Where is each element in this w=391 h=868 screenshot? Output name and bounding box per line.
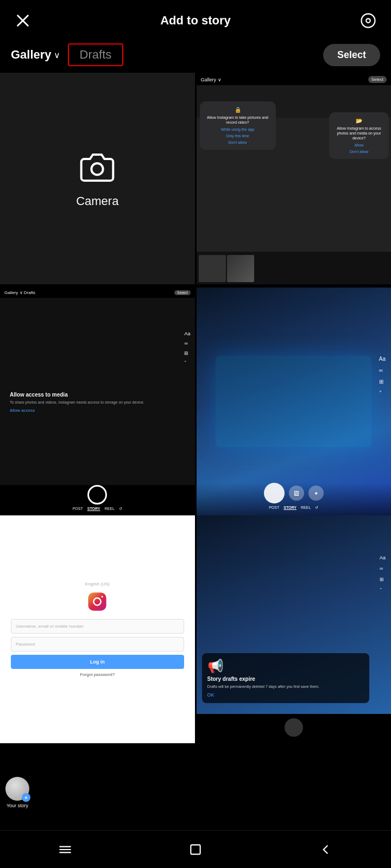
- camera-cell[interactable]: Camera: [0, 73, 195, 284]
- camera-icon: [78, 149, 116, 187]
- third-row: English (US): [0, 515, 391, 743]
- main-grid: Camera Gallery ∨ Select 🔒: [0, 73, 391, 288]
- hamburger-icon[interactable]: [56, 841, 74, 858]
- aas-bottom-controls: POST STORY REEL ↺: [0, 485, 195, 515]
- dialog-dont-allow-2[interactable]: Don't allow: [336, 150, 382, 154]
- svg-point-8: [102, 596, 103, 597]
- des-tool-chev: ˅: [380, 588, 386, 593]
- des-record-btn[interactable]: [285, 718, 303, 737]
- allow-access-desc: To share photos and videos, Instagram ne…: [10, 400, 144, 405]
- svg-rect-12: [191, 845, 200, 854]
- kv-mode-story: STORY: [283, 506, 297, 510]
- ds1-bottom: [197, 252, 392, 284]
- ds1-content: 🔒 Allow Instagram to take pictures and r…: [197, 85, 392, 252]
- gallery-label: Gallery: [11, 48, 52, 62]
- aas-select-btn[interactable]: Select: [174, 290, 190, 295]
- kv-tool-aa: Aa: [379, 356, 386, 362]
- des-right-tools: Aa ∞ ⊞ ˅: [380, 555, 386, 593]
- ds1-select-btn[interactable]: Select: [368, 76, 387, 83]
- drafts-expire-dialog: 📢 Story drafts expire Drafts will be per…: [202, 653, 370, 703]
- folder-icon: 📂: [336, 118, 382, 124]
- toolbar-row: Gallery ∨ Drafts Select: [0, 39, 391, 73]
- header: Add to story: [0, 0, 391, 39]
- kv-effects-btn[interactable]: ✦: [308, 486, 324, 501]
- kv-record-btn[interactable]: [264, 483, 285, 503]
- draft-cell-1[interactable]: Gallery ∨ Select 🔒 Allow Instagram to ta…: [197, 73, 392, 284]
- keyboard-glow: [216, 356, 371, 447]
- chevron-down-icon: ∨: [54, 50, 60, 60]
- megaphone-icon: 📢: [207, 659, 364, 674]
- svg-rect-6: [89, 592, 106, 610]
- back-icon[interactable]: [317, 841, 335, 858]
- close-button[interactable]: [13, 11, 33, 30]
- keyboard-visual: Aa ∞ ⊞ ˅ 🖼 ✦ POST STORY REEL ↺: [197, 288, 392, 515]
- kv-mode-refresh: ↺: [315, 506, 318, 510]
- type-tool-chevron: ˅: [184, 360, 190, 366]
- mode-refresh-icon: ↺: [119, 507, 122, 511]
- keyboard-story-cell[interactable]: Aa ∞ ⊞ ˅ 🖼 ✦ POST STORY REEL ↺: [197, 288, 392, 515]
- aas-content: Aa ∞ ⊞ ˅ Allow access to media To share …: [0, 298, 195, 485]
- dialog-only-once[interactable]: Only this time: [206, 134, 269, 138]
- second-row: Gallery ∨ Drafts Select Aa ∞ ⊞ ˅ Allow a…: [0, 288, 391, 515]
- draft-screen-1: Gallery ∨ Select 🔒 Allow Instagram to ta…: [197, 73, 392, 284]
- gallery-dropdown[interactable]: Gallery ∨: [11, 48, 60, 62]
- drafts-box[interactable]: Drafts: [68, 43, 124, 66]
- permission-dialog-media: 📂 Allow Instagram to access photos and m…: [329, 112, 389, 159]
- select-button[interactable]: Select: [323, 44, 380, 66]
- drafts-expire-cell[interactable]: Aa ∞ ⊞ ˅ 📢 Story drafts expire Drafts wi…: [197, 515, 392, 743]
- allow-access-cell[interactable]: Gallery ∨ Drafts Select Aa ∞ ⊞ ˅ Allow a…: [0, 288, 195, 515]
- dialog-dont-allow-1[interactable]: Don't allow: [206, 141, 269, 144]
- kv-tool-chev: ˅: [379, 390, 386, 396]
- drafts-expire-ok[interactable]: OK: [207, 692, 364, 698]
- svg-point-4: [92, 163, 103, 175]
- allow-access-link[interactable]: Allow access: [10, 408, 144, 413]
- aas-gallery-text: Gallery ∨ Drafts: [4, 290, 35, 295]
- kv-tool-grid: ⊞: [379, 379, 386, 385]
- login-cell[interactable]: English (US): [0, 515, 195, 743]
- kv-mode-post: POST: [269, 506, 279, 510]
- kv-gallery-btn[interactable]: 🖼: [289, 486, 304, 501]
- aas-record-btn[interactable]: [87, 485, 107, 505]
- your-story-row[interactable]: + Your story: [5, 777, 29, 808]
- des-tool-aa: Aa: [380, 555, 386, 560]
- settings-button[interactable]: [358, 11, 378, 30]
- instagram-logo: [86, 591, 108, 612]
- camera-label: Camera: [76, 194, 118, 208]
- svg-point-3: [366, 18, 370, 23]
- des-tool-inf: ∞: [380, 566, 386, 571]
- des-bg: Aa ∞ ⊞ ˅ 📢 Story drafts expire Drafts wi…: [197, 515, 392, 714]
- aas-story-preview: Aa ∞ ⊞ ˅ Allow access to media To share …: [4, 302, 191, 481]
- type-tool-grid: ⊞: [184, 350, 190, 356]
- drafts-label: Drafts: [80, 48, 112, 61]
- aas-header: Gallery ∨ Drafts Select: [0, 288, 195, 298]
- dialog-allow[interactable]: Allow: [336, 143, 382, 147]
- drafts-expire-screen: Aa ∞ ⊞ ˅ 📢 Story drafts expire Drafts wi…: [197, 515, 392, 743]
- your-story-label: Your story: [7, 803, 28, 808]
- type-tool-inf: ∞: [184, 341, 190, 346]
- drafts-expire-title: Story drafts expire: [207, 676, 364, 682]
- allow-access-title: Allow access to media: [10, 392, 144, 398]
- camera-lock-icon: 🔒: [206, 107, 269, 113]
- dialog-media-text: Allow Instagram to access photos and med…: [336, 126, 382, 141]
- your-story-avatar: +: [5, 777, 29, 801]
- bottom-nav: [0, 830, 391, 868]
- permission-dialog-camera: 🔒 Allow Instagram to take pictures and r…: [200, 101, 276, 150]
- kv-mode-row: POST STORY REEL ↺: [269, 506, 318, 510]
- dialog-while-using[interactable]: While using the app: [206, 127, 269, 131]
- page-title: Add to story: [160, 14, 231, 28]
- forgot-password-link[interactable]: Forgot password?: [80, 672, 115, 677]
- type-tool-aa: Aa: [184, 331, 190, 336]
- dialog-camera-text: Allow Instagram to take pictures and rec…: [206, 115, 269, 125]
- des-tool-grid: ⊞: [380, 577, 386, 582]
- home-icon[interactable]: [187, 841, 204, 858]
- login-button[interactable]: Log in: [11, 655, 184, 669]
- ds1-header: Gallery ∨ Select: [197, 73, 392, 85]
- allow-access-screen: Gallery ∨ Drafts Select Aa ∞ ⊞ ˅ Allow a…: [0, 288, 195, 515]
- kv-mode-reel: REEL: [301, 506, 311, 510]
- drafts-expire-desc: Drafts will be permanently deleted 7 day…: [207, 684, 364, 689]
- mode-story: STORY: [87, 507, 100, 511]
- login-screen: English (US): [0, 515, 195, 743]
- username-input[interactable]: Username, email or mobile number: [11, 619, 184, 634]
- svg-point-2: [362, 14, 375, 28]
- password-input[interactable]: Password: [11, 637, 184, 652]
